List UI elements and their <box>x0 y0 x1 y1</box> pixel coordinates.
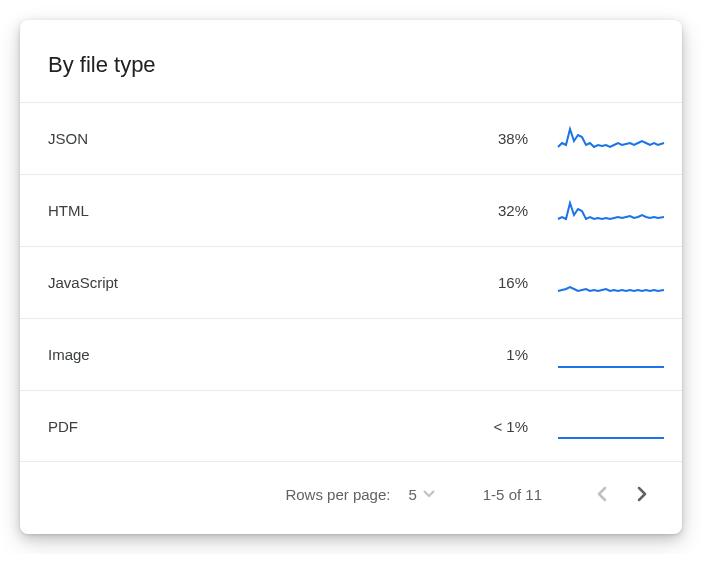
row-value: 1% <box>496 346 556 363</box>
row-value: 16% <box>496 274 556 291</box>
table-row[interactable]: JSON 38% <box>20 102 682 174</box>
pagination-range: 1-5 of 11 <box>483 486 542 503</box>
sparkline-icon <box>556 408 666 444</box>
table-row[interactable]: PDF < 1% <box>20 390 682 462</box>
chevron-right-icon <box>637 486 647 502</box>
chevron-down-icon <box>423 490 435 498</box>
table-body: JSON 38% HTML 32% JavaScript 16% Image 1… <box>20 102 682 462</box>
row-label: JavaScript <box>48 274 496 291</box>
row-value: 38% <box>496 130 556 147</box>
table-row[interactable]: HTML 32% <box>20 174 682 246</box>
row-label: JSON <box>48 130 496 147</box>
sparkline-icon <box>556 265 666 301</box>
sparkline-icon <box>556 337 666 373</box>
table-row[interactable]: JavaScript 16% <box>20 246 682 318</box>
row-label: PDF <box>48 418 493 435</box>
file-type-card: By file type JSON 38% HTML 32% JavaScrip… <box>20 20 682 534</box>
rows-per-page-value: 5 <box>408 486 416 503</box>
sparkline-icon <box>556 193 666 229</box>
rows-per-page-dropdown[interactable] <box>423 490 435 498</box>
row-value: 32% <box>496 202 556 219</box>
row-label: Image <box>48 346 496 363</box>
rows-per-page-label: Rows per page: <box>285 486 390 503</box>
sparkline-icon <box>556 121 666 157</box>
table-row[interactable]: Image 1% <box>20 318 682 390</box>
chevron-left-icon <box>597 486 607 502</box>
next-page-button[interactable] <box>622 474 662 514</box>
pagination-bar: Rows per page: 5 1-5 of 11 <box>20 462 682 526</box>
row-label: HTML <box>48 202 496 219</box>
card-title: By file type <box>20 44 682 102</box>
prev-page-button[interactable] <box>582 474 622 514</box>
row-value: < 1% <box>493 418 556 435</box>
